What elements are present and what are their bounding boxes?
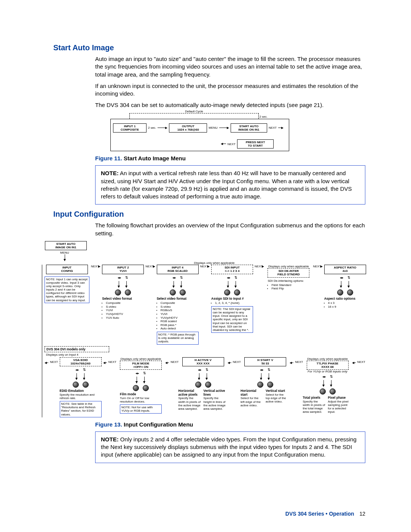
- desc-text: Select for the left edge of the active v…: [241, 396, 263, 407]
- menu-label: MENU: [60, 251, 365, 254]
- dvi-only-label: DVS 304 DVI models only: [45, 346, 109, 352]
- applicable-label: Displays only when applicable: [118, 357, 164, 361]
- desc-title: Aspect ratio options: [324, 297, 366, 301]
- left-right-icon: ◂▸: [75, 368, 79, 372]
- next-label: NEXT: [357, 360, 365, 364]
- knob-icon: [224, 289, 230, 296]
- arrow-left-icon: [228, 361, 231, 365]
- option-list: 1, 2, 3, 4, * (none): [211, 301, 253, 305]
- next-label: NEXT: [145, 265, 153, 268]
- up-down-icon: ⇅: [268, 368, 271, 372]
- desc-text: Select for the top edge of the active vi…: [266, 393, 288, 404]
- mini-note: NOTE: See table in the "Resolutions and …: [60, 401, 102, 417]
- heading-input-configuration: Input Configuration: [53, 210, 365, 219]
- timing-label: 2 sec.: [148, 126, 156, 129]
- page: Start Auto Image Auto image an input to …: [0, 0, 411, 532]
- arrow-down-icon: [260, 373, 263, 380]
- arrow-down-icon: [226, 281, 230, 288]
- arrow-left-icon: [352, 361, 356, 365]
- next-label: NEXT: [170, 360, 178, 364]
- left-right-icon: ◂▸: [172, 276, 176, 280]
- left-right-icon: ◂▸: [227, 276, 231, 280]
- arrow-down-icon: [63, 254, 67, 261]
- knob-icon: [133, 385, 139, 391]
- up-down-icon: ⇅: [180, 276, 183, 280]
- mini-note: NOTE: Input 1 can only accept composite …: [45, 276, 89, 303]
- desc-title: Select video format: [157, 297, 199, 301]
- desc-title: Vertical start: [266, 389, 288, 393]
- menu-label: MENU: [209, 126, 218, 129]
- desc-text: Specify the width in pixels of the activ…: [178, 396, 201, 411]
- arrow-down-icon: [180, 281, 183, 288]
- next-label: NEXT: [233, 360, 241, 364]
- knob-icon: [234, 289, 240, 296]
- figure-13-diagram: START AUTOIMAGE ON IN1 MENU Displays onl…: [42, 241, 365, 417]
- arrow-down-icon: [75, 373, 79, 380]
- menu-box-output: OUTPUT1024 x 768@60: [169, 123, 207, 133]
- up-down-icon: ⇅: [206, 368, 209, 372]
- menu-box-input4: INPUT 4RGB SCALED: [157, 265, 199, 274]
- knob-icon: [347, 289, 353, 296]
- up-down-icon: ⇅: [234, 276, 237, 280]
- arrow-right-icon: [219, 126, 229, 130]
- arrow-down-icon: [117, 281, 121, 288]
- menu-box-ttlpix-phase: TTLPIX PHASEXXXX 08: [307, 361, 349, 370]
- menu-box-aspect-ratio: ASPECT RATIO4x3: [324, 265, 366, 274]
- arrow-down-icon: [198, 373, 201, 380]
- sub-label: For YUVp or RGB inputs only: [307, 370, 347, 373]
- desc-title: Horizontal active pixels: [178, 389, 201, 397]
- next-label: NEXT: [50, 360, 58, 364]
- paragraph: The following flowchart provides an over…: [95, 222, 365, 237]
- page-footer: DVS 304 Series • Operation 12: [285, 511, 365, 517]
- arrow-left-icon: [45, 361, 48, 365]
- desc-title: Assign SDI to Input #: [211, 297, 253, 301]
- next-label: NEXT: [228, 142, 236, 146]
- arrow-right-icon: [158, 126, 167, 130]
- mini-note: NOTE: * RGB pass through is only availab…: [157, 332, 199, 345]
- menu-box-input-config: INPUTCONFIG: [46, 265, 88, 274]
- paragraph: The DVS 304 can be set to automatically …: [95, 101, 365, 109]
- menu-box-start-auto: START AUTOIMAGE ON IN1: [231, 123, 267, 133]
- desc-title: Select video format: [102, 297, 144, 301]
- default-cycle-label: Default Cycle: [183, 110, 205, 113]
- next-label: NEXT: [200, 265, 208, 268]
- desc-title: Vertical active lines: [204, 389, 226, 397]
- left-right-icon: ◂▸: [118, 276, 121, 280]
- next-label: NEXT: [269, 126, 277, 129]
- mini-note: NOTE: Not for use with YUVp or RGB input…: [120, 404, 162, 414]
- arrow-left-icon: [221, 142, 226, 146]
- next-label: NEXT: [295, 360, 303, 364]
- knob-icon: [115, 289, 121, 296]
- up-down-icon: ⇅: [125, 276, 128, 280]
- up-down-icon: ⇅: [347, 276, 350, 280]
- up-down-icon: ⇅: [83, 368, 86, 372]
- arrow-down-icon: [234, 281, 238, 288]
- knob-icon: [143, 385, 149, 391]
- figure-11-caption: Figure 11. Start Auto Image Menu: [95, 155, 365, 161]
- knob-icon: [180, 289, 186, 296]
- next-label: NEXT: [313, 265, 321, 268]
- arrow-down-icon: [83, 373, 86, 380]
- desc-text: Specify the resolution and refresh rate.: [60, 393, 102, 400]
- left-right-icon: ◂▸: [135, 371, 139, 375]
- knob-icon: [73, 382, 79, 388]
- figure-11-diagram: Default Cycle 2 sec. INPUT 1COMPOSITE 2 …: [95, 113, 365, 152]
- applicable-label: Displays only when applicable: [305, 357, 350, 361]
- left-right-icon: ◂▸: [322, 375, 326, 379]
- arrow-down-icon: [347, 281, 351, 288]
- figure-13-caption: Figure 13. Input Configuration Menu: [95, 421, 365, 428]
- knob-icon: [320, 388, 326, 395]
- menu-box-h-active-v: H ACTIVE VXXX XXX: [182, 357, 224, 366]
- menu-box-h-start-v: H START V50 33: [244, 357, 286, 366]
- knob-icon: [330, 388, 336, 395]
- menu-box-vga-edid: VGA EDID1024x768@60: [60, 357, 102, 366]
- desc-text: Turn On or Off for low resolution device…: [120, 396, 162, 403]
- arrow-left-icon: [103, 361, 107, 365]
- knob-icon: [257, 382, 263, 388]
- left-right-icon: ◂▸: [260, 368, 264, 372]
- knob-icon: [83, 382, 89, 388]
- left-right-icon: ◂▸: [340, 276, 344, 280]
- menu-box-film-mode: FILM MODE<OFF> ON: [120, 361, 162, 370]
- arrow-left-icon: [165, 361, 169, 365]
- arrow-right-icon: [278, 126, 284, 130]
